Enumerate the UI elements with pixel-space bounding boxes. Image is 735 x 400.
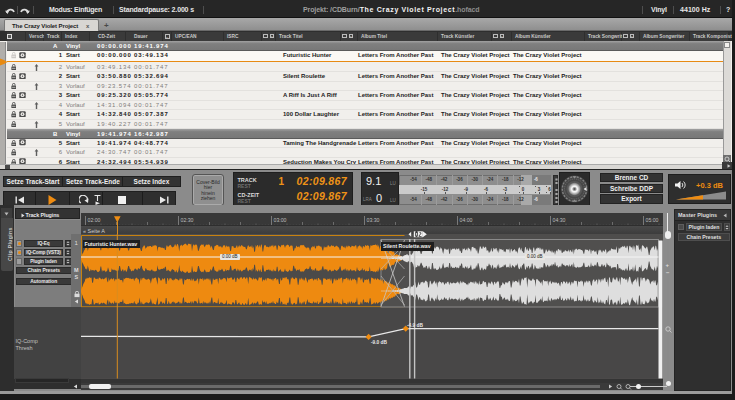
svg-text:04:30: 04:30 bbox=[553, 216, 566, 222]
svg-text:05:00: 05:00 bbox=[646, 216, 659, 222]
svg-text:04:00: 04:00 bbox=[460, 216, 473, 222]
svg-text:02:00: 02:00 bbox=[88, 216, 101, 222]
svg-text:02:30: 02:30 bbox=[181, 216, 194, 222]
svg-text:03:00: 03:00 bbox=[274, 216, 287, 222]
svg-text:03:30: 03:30 bbox=[367, 216, 380, 222]
